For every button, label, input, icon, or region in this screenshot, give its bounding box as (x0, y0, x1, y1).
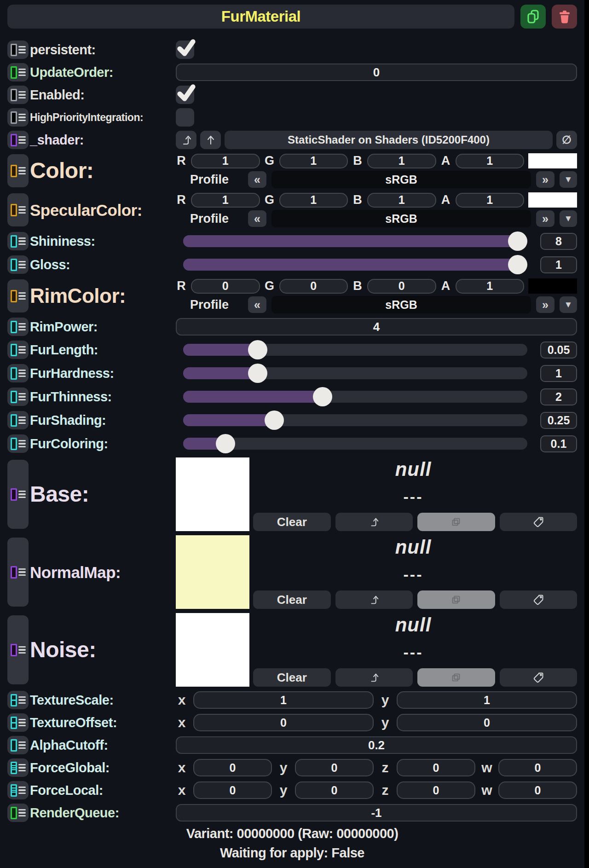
color-profile-value[interactable]: sRGB (271, 171, 531, 188)
row-handle[interactable] (7, 713, 29, 732)
row-handle[interactable] (7, 758, 29, 777)
fur-thinness-value[interactable]: 2 (540, 388, 577, 405)
slider-knob[interactable] (313, 387, 332, 406)
force-global-z-input[interactable]: 0 (397, 759, 475, 776)
row-handle[interactable] (7, 154, 29, 187)
clear-reference-button[interactable]: ∅ (556, 131, 577, 149)
noise-jump-button[interactable] (335, 668, 413, 687)
force-global-y-input[interactable]: 0 (295, 759, 374, 776)
force-global-x-input[interactable]: 0 (193, 759, 272, 776)
normal-map-tag-button[interactable] (500, 590, 577, 609)
enabled-checkbox[interactable] (176, 86, 194, 104)
noise-tag-button[interactable] (500, 668, 577, 687)
normal-map-clear-button[interactable]: Clear (253, 590, 331, 609)
gloss-value[interactable]: 1 (540, 256, 577, 273)
force-local-y-input[interactable]: 0 (295, 781, 374, 799)
profile-next-button[interactable]: » (536, 171, 554, 188)
row-handle[interactable] (7, 364, 29, 382)
profile-prev-button[interactable]: « (248, 296, 266, 313)
profile-next-button[interactable]: » (536, 296, 554, 313)
slider-knob[interactable] (216, 434, 235, 453)
texture-scale-y-input[interactable]: 1 (397, 691, 577, 709)
force-local-z-input[interactable]: 0 (397, 781, 475, 799)
fur-coloring-value[interactable]: 0.1 (540, 435, 577, 452)
row-handle[interactable] (7, 460, 29, 529)
row-handle[interactable] (7, 804, 29, 822)
row-handle[interactable] (7, 411, 29, 429)
row-handle[interactable] (7, 63, 29, 81)
rim-power-input[interactable]: 4 (176, 318, 577, 336)
base-jump-button[interactable] (335, 513, 413, 531)
gloss-slider[interactable] (183, 255, 527, 274)
row-handle[interactable] (7, 41, 29, 59)
fur-shading-slider[interactable] (183, 411, 527, 430)
noise-clear-button[interactable]: Clear (253, 668, 331, 687)
force-global-w-input[interactable]: 0 (498, 759, 577, 776)
color-swatch[interactable] (528, 153, 577, 168)
specular-b-input[interactable]: 1 (367, 193, 436, 208)
profile-prev-button[interactable]: « (248, 171, 266, 188)
rim-g-input[interactable]: 0 (279, 279, 348, 294)
specular-color-swatch[interactable] (528, 192, 577, 208)
color-g-input[interactable]: 1 (279, 154, 348, 168)
slider-knob[interactable] (508, 231, 527, 251)
row-handle[interactable] (7, 434, 29, 453)
row-handle[interactable] (7, 108, 29, 127)
row-handle[interactable] (7, 193, 29, 226)
normal-map-jump-button[interactable] (335, 590, 413, 609)
row-handle[interactable] (7, 86, 29, 104)
fur-coloring-slider[interactable] (183, 434, 527, 453)
rim-profile-value[interactable]: sRGB (271, 296, 531, 313)
row-handle[interactable] (7, 615, 29, 684)
fur-shading-value[interactable]: 0.25 (540, 412, 577, 429)
row-handle[interactable] (7, 388, 29, 406)
normal-map-preview[interactable] (176, 535, 249, 609)
fur-thinness-slider[interactable] (183, 387, 527, 406)
noise-texture-preview[interactable] (176, 613, 249, 687)
force-local-w-input[interactable]: 0 (498, 781, 577, 799)
row-handle[interactable] (7, 131, 29, 149)
component-title-bar[interactable]: FurMaterial (7, 5, 514, 29)
force-local-x-input[interactable]: 0 (193, 781, 272, 799)
row-handle[interactable] (7, 232, 29, 250)
row-handle[interactable] (7, 691, 29, 709)
noise-copy-button[interactable] (417, 668, 495, 687)
color-a-input[interactable]: 1 (456, 154, 525, 168)
rim-color-swatch[interactable] (528, 278, 577, 294)
texture-scale-x-input[interactable]: 1 (193, 691, 374, 709)
row-handle[interactable] (7, 255, 29, 274)
texture-offset-y-input[interactable]: 0 (397, 714, 577, 731)
fur-length-value[interactable]: 0.05 (540, 341, 577, 359)
duplicate-button[interactable] (520, 5, 546, 29)
fur-hardness-slider[interactable] (183, 364, 527, 383)
fur-length-slider[interactable] (183, 340, 527, 359)
fur-hardness-value[interactable]: 1 (540, 365, 577, 382)
specular-g-input[interactable]: 1 (279, 193, 348, 208)
jump-to-reference-button[interactable] (176, 131, 196, 149)
profile-prev-button[interactable]: « (248, 210, 266, 227)
row-handle[interactable] (7, 318, 29, 336)
color-b-input[interactable]: 1 (367, 154, 436, 168)
rim-b-input[interactable]: 0 (367, 279, 436, 294)
specular-a-input[interactable]: 1 (456, 193, 525, 208)
base-copy-button[interactable] (417, 513, 495, 531)
slider-knob[interactable] (248, 364, 267, 383)
high-priority-integration-checkbox[interactable] (176, 108, 194, 127)
alpha-cutoff-input[interactable]: 0.2 (176, 736, 577, 754)
update-order-input[interactable]: 0 (176, 64, 577, 81)
grab-reference-button[interactable] (200, 131, 221, 149)
slider-knob[interactable] (248, 340, 267, 359)
color-r-input[interactable]: 1 (191, 154, 260, 168)
row-handle[interactable] (7, 341, 29, 359)
base-clear-button[interactable]: Clear (253, 513, 331, 531)
rim-a-input[interactable]: 1 (456, 279, 525, 294)
profile-dropdown-button[interactable]: ▼ (560, 296, 577, 313)
shader-reference-field[interactable]: StaticShader on Shaders (ID5200F400) (225, 131, 553, 149)
persistent-checkbox[interactable] (176, 41, 194, 59)
render-queue-input[interactable]: -1 (176, 804, 577, 822)
row-handle[interactable] (7, 279, 29, 312)
specular-r-input[interactable]: 1 (191, 193, 260, 208)
texture-offset-x-input[interactable]: 0 (193, 714, 374, 731)
row-handle[interactable] (7, 781, 29, 799)
slider-knob[interactable] (265, 411, 284, 430)
